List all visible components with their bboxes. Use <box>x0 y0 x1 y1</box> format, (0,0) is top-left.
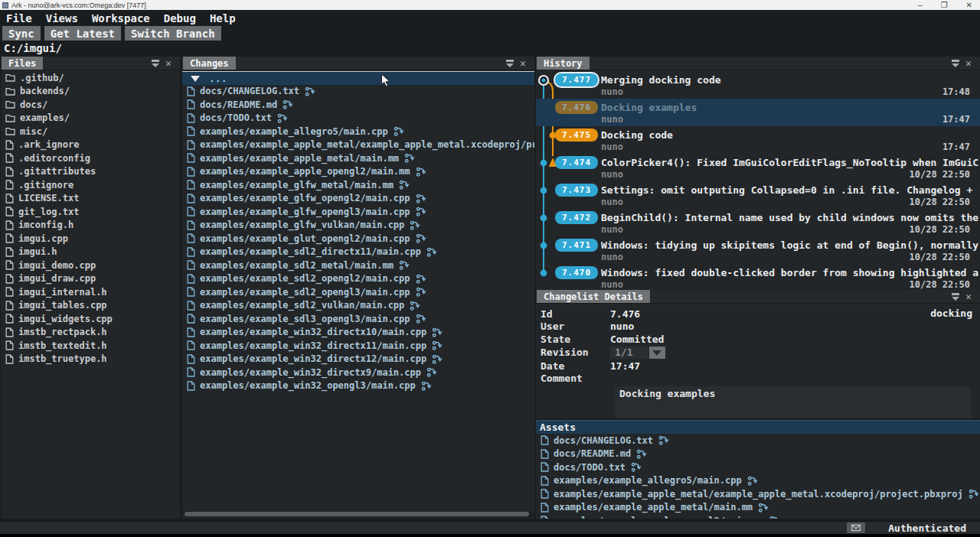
filter-icon[interactable] <box>951 59 960 67</box>
assets-list: docs/CHANGELOG.txtdocs/README.mddocs/TOD… <box>536 434 980 519</box>
changed-file-row[interactable]: examples/example_apple_opengl2/main.mm <box>182 165 534 179</box>
tree-folder-row[interactable]: examples/ <box>1 112 180 125</box>
tree-file-row[interactable]: imstb_rectpack.h <box>1 326 180 340</box>
commit-row-7.473[interactable]: 7.473Settings: omit outputing Collapsed=… <box>536 181 980 209</box>
changed-file-row[interactable]: examples/example_apple_metal/example_app… <box>536 487 980 501</box>
menu-help[interactable]: Help <box>210 11 236 25</box>
file-icon <box>5 287 14 297</box>
changed-file-row[interactable]: examples/example_glut_opengl2/main.cpp <box>182 232 534 246</box>
changed-file-row[interactable]: examples/example_glfw_opengl3/main.cpp <box>182 205 534 219</box>
tree-file-row[interactable]: imgui_demo.cpp <box>1 259 180 272</box>
filter-icon[interactable] <box>505 59 514 67</box>
changed-file-row[interactable]: docs/README.md <box>536 447 980 461</box>
close-panel-icon[interactable]: ✕ <box>965 292 975 301</box>
mail-icon[interactable] <box>847 522 865 533</box>
tree-folder-row[interactable]: backends/ <box>1 85 180 99</box>
tree-file-row[interactable]: imgui_widgets.cpp <box>1 312 180 326</box>
changed-file-row[interactable]: examples/example_win32_directx10/main.cp… <box>182 326 534 340</box>
changes-list: ... docs/CHANGELOG.txtdocs/README.mddocs… <box>182 71 534 509</box>
file-icon <box>5 140 14 150</box>
tree-file-row[interactable]: imstb_truetype.h <box>1 353 180 366</box>
changed-file-row[interactable]: examples/example_win32_opengl3/main.cpp <box>182 379 534 393</box>
tree-file-row[interactable]: imgui.cpp <box>1 232 180 246</box>
tree-file-row[interactable]: git_log.txt <box>1 205 180 219</box>
changed-file-name: examples/example_sdl3_opengl3/main.cpp <box>200 314 410 324</box>
changed-file-row[interactable]: examples/example_glfw_metal/main.mm <box>182 178 534 192</box>
commit-row-7.471[interactable]: 7.471Windows: tidying up skipitems logic… <box>536 236 980 264</box>
close-panel-icon[interactable]: ✕ <box>165 59 175 67</box>
revision-dropdown-icon[interactable] <box>649 347 665 359</box>
sync-button[interactable]: Sync <box>2 26 41 41</box>
changed-file-row[interactable]: examples/example_allegro5/main.cpp <box>536 474 980 488</box>
tab-changelist-details[interactable]: Changelist Details <box>537 290 650 303</box>
get-latest-button[interactable]: Get Latest <box>44 26 121 41</box>
close-button[interactable]: ✕ <box>966 2 972 9</box>
changed-file-row[interactable]: examples/example_apple_metal/main.mm <box>182 151 534 165</box>
commit-row-7.476[interactable]: 7.476Docking examplesnuno17:47 <box>536 99 980 126</box>
changes-hscrollbar[interactable] <box>183 511 534 517</box>
changed-file-row[interactable]: docs/TODO.txt <box>182 112 534 125</box>
changed-file-row[interactable]: examples/example_sdl3_opengl3/main.cpp <box>182 312 534 326</box>
commit-id-badge: 7.471 <box>555 239 598 252</box>
changed-file-row[interactable]: examples/example_allegro5/main.cpp <box>182 125 534 138</box>
changed-file-row[interactable]: examples/example_apple_metal/example_app… <box>182 138 534 152</box>
filter-icon[interactable] <box>951 292 960 301</box>
changed-file-row[interactable]: docs/TODO.txt <box>536 461 980 474</box>
changed-file-row[interactable]: examples/example_sdl2_opengl2/main.cpp <box>182 272 534 286</box>
tree-file-row[interactable]: imgui.h <box>1 246 180 259</box>
revision-value[interactable]: 1/1 <box>610 347 648 359</box>
changed-file-row[interactable]: examples/example_sdl2_opengl3/main.cpp <box>182 285 534 299</box>
changes-root-row[interactable]: ... <box>182 71 534 85</box>
changed-file-row[interactable]: examples/example_sdl2_metal/main.mm <box>182 259 534 272</box>
tree-file-row[interactable]: imgui_draw.cpp <box>1 272 180 286</box>
tree-folder-row[interactable]: docs/ <box>1 98 180 112</box>
tree-folder-row[interactable]: misc/ <box>1 125 180 138</box>
commit-row-7.470[interactable]: 7.470Windows: fixed double-clicked borde… <box>536 264 980 291</box>
changed-file-row[interactable]: examples/example_win32_directx11/main.cp… <box>182 339 534 353</box>
tree-file-row[interactable]: imgui_internal.h <box>1 285 180 299</box>
changed-file-row[interactable]: examples/example_sdl2_directx11/main.cpp <box>182 246 534 259</box>
changed-file-row[interactable]: examples/example_glfw_vulkan/main.cpp <box>182 219 534 233</box>
comment-textarea[interactable]: Docking examples <box>615 386 971 418</box>
close-panel-icon[interactable]: ✕ <box>520 59 529 67</box>
tree-file-row[interactable]: imgui_tables.cpp <box>1 299 180 313</box>
file-icon <box>187 327 195 337</box>
file-icon <box>187 274 195 284</box>
changed-file-row[interactable]: examples/example_apple_opengl2/main.mm <box>536 514 980 519</box>
commit-row-7.474[interactable]: 7.474ColorPicker4(): Fixed ImGuiColorEdi… <box>536 154 980 181</box>
commit-row-7.477[interactable]: 7.477Merging docking codenuno17:48 <box>536 71 980 99</box>
tree-file-row[interactable]: imstb_textedit.h <box>1 339 180 353</box>
menu-file[interactable]: File <box>6 11 32 25</box>
menu-workspace[interactable]: Workspace <box>92 11 150 25</box>
tree-file-row[interactable]: .gitattributes <box>1 165 180 179</box>
tab-history[interactable]: History <box>537 57 590 70</box>
changed-file-row[interactable]: docs/CHANGELOG.txt <box>536 434 980 447</box>
close-panel-icon[interactable]: ✕ <box>965 59 975 67</box>
changed-file-row[interactable]: examples/example_sdl2_vulkan/main.cpp <box>182 299 534 313</box>
tree-file-row[interactable]: imconfig.h <box>1 219 180 233</box>
maximize-button[interactable]: ❐ <box>941 2 948 9</box>
changed-file-row[interactable]: examples/example_apple_metal/main.mm <box>536 501 980 515</box>
changed-file-row[interactable]: docs/CHANGELOG.txt <box>182 85 534 99</box>
collapse-caret-icon[interactable] <box>191 76 200 82</box>
menu-views[interactable]: Views <box>46 11 78 25</box>
changed-file-row[interactable]: examples/example_win32_directx9/main.cpp <box>182 366 534 379</box>
minimize-button[interactable]: – <box>918 2 923 9</box>
tree-file-row[interactable]: LICENSE.txt <box>1 192 180 206</box>
switch-branch-button[interactable]: Switch Branch <box>125 26 221 41</box>
menu-debug[interactable]: Debug <box>164 11 196 25</box>
tree-file-row[interactable]: .editorconfig <box>1 151 180 165</box>
changed-file-row[interactable]: examples/example_glfw_opengl2/main.cpp <box>182 192 534 206</box>
changed-file-row[interactable]: examples/example_win32_directx12/main.cp… <box>182 353 534 366</box>
tree-file-row[interactable]: .gitignore <box>1 178 180 192</box>
tab-files[interactable]: Files <box>2 57 43 70</box>
commit-time: 17:47 <box>942 114 970 125</box>
tree-folder-row[interactable]: .github/ <box>1 71 180 85</box>
commit-row-7.472[interactable]: 7.472BeginChild(): Internal name used by… <box>536 209 980 236</box>
commit-id-badge: 7.470 <box>555 266 598 279</box>
changed-file-row[interactable]: docs/README.md <box>182 98 534 112</box>
tab-changes[interactable]: Changes <box>183 57 236 70</box>
filter-icon[interactable] <box>151 59 160 67</box>
commit-row-7.475[interactable]: 7.475Docking codenuno17:47 <box>536 126 980 154</box>
tree-file-row[interactable]: .ark_ignore <box>1 138 180 152</box>
